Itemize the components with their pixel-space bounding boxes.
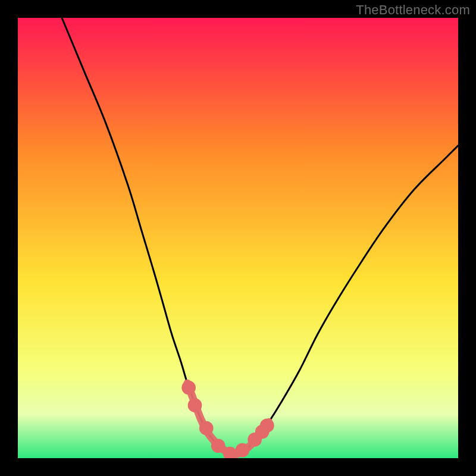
highlight-dot [260, 418, 274, 433]
highlight-dot [188, 398, 202, 412]
chart-frame: TheBottleneck.com [0, 0, 476, 476]
gradient-background [18, 18, 458, 458]
chart-svg [18, 18, 458, 458]
highlight-dot [236, 443, 250, 458]
highlight-dot [181, 381, 196, 395]
watermark-text: TheBottleneck.com [356, 2, 470, 18]
highlight-dot [199, 421, 214, 436]
plot-area [18, 18, 458, 458]
highlight-dot [211, 439, 226, 453]
